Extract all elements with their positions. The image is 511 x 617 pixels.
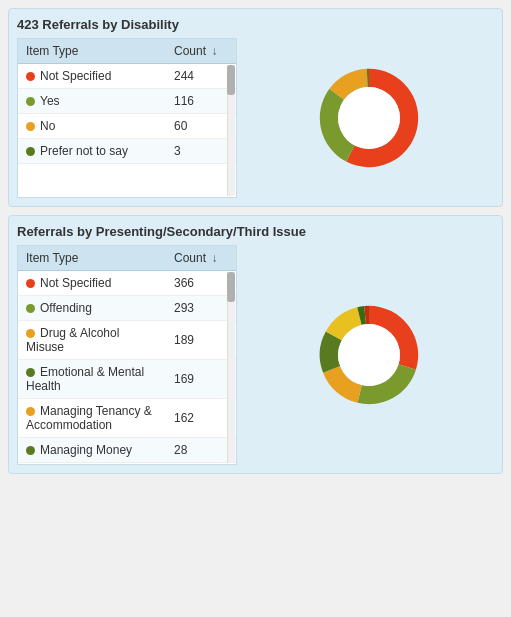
table-row: Drug & Alcohol Misuse189	[18, 321, 236, 360]
cell-count: 169	[166, 360, 236, 399]
cell-label: Yes	[18, 89, 166, 114]
table-row: Yes116	[18, 89, 236, 114]
cell-count: 28	[166, 438, 236, 463]
panel-content-issue: Item Type Count ↓ Not Specified366Offend…	[17, 245, 494, 465]
panel-disability: 423 Referrals by Disability Item Type Co…	[8, 8, 503, 207]
cell-count: 162	[166, 399, 236, 438]
cell-label: Prefer not to say	[18, 139, 166, 164]
sort-arrow-2: ↓	[211, 251, 217, 265]
table-row: Managing Money28	[18, 438, 236, 463]
col-header-item-type-2[interactable]: Item Type	[18, 246, 166, 271]
color-dot	[26, 147, 35, 156]
color-dot	[26, 72, 35, 81]
donut-hole	[338, 87, 400, 149]
cell-count: 19	[166, 463, 236, 466]
cell-label: Physical Health	[18, 463, 166, 466]
color-dot	[26, 368, 35, 377]
data-table-disability: Item Type Count ↓ Not Specified244Yes116…	[18, 39, 236, 164]
table-row: Not Specified244	[18, 64, 236, 89]
table-wrapper-issue: Item Type Count ↓ Not Specified366Offend…	[17, 245, 237, 465]
donut-chart-disability	[304, 53, 434, 183]
table-row: No60	[18, 114, 236, 139]
table-wrapper-disability: Item Type Count ↓ Not Specified244Yes116…	[17, 38, 237, 198]
cell-label: Not Specified	[18, 271, 166, 296]
sort-arrow-1: ↓	[211, 44, 217, 58]
cell-label: Managing Money	[18, 438, 166, 463]
cell-count: 366	[166, 271, 236, 296]
cell-count: 244	[166, 64, 236, 89]
color-dot	[26, 329, 35, 338]
color-dot	[26, 279, 35, 288]
panel-content-disability: Item Type Count ↓ Not Specified244Yes116…	[17, 38, 494, 198]
panel-issue: Referrals by Presenting/Secondary/Third …	[8, 215, 503, 474]
table-row: Offending293	[18, 296, 236, 321]
cell-count: 60	[166, 114, 236, 139]
table-row: Managing Tenancy & Accommodation162	[18, 399, 236, 438]
scrollbar-issue[interactable]	[227, 272, 235, 463]
table-row: Physical Health19	[18, 463, 236, 466]
color-dot	[26, 407, 35, 416]
color-dot	[26, 97, 35, 106]
donut-chart-issue	[304, 290, 434, 420]
cell-label: Not Specified	[18, 64, 166, 89]
col-header-count-1[interactable]: Count ↓	[166, 39, 236, 64]
cell-label: Managing Tenancy & Accommodation	[18, 399, 166, 438]
cell-count: 189	[166, 321, 236, 360]
color-dot	[26, 446, 35, 455]
chart-area-issue	[243, 245, 494, 465]
scrollbar-thumb-issue	[227, 272, 235, 302]
col-header-count-2[interactable]: Count ↓	[166, 246, 236, 271]
table-row: Not Specified366	[18, 271, 236, 296]
table-row: Prefer not to say3	[18, 139, 236, 164]
cell-count: 293	[166, 296, 236, 321]
scrollbar-thumb-disability	[227, 65, 235, 95]
col-header-item-type-1[interactable]: Item Type	[18, 39, 166, 64]
cell-count: 116	[166, 89, 236, 114]
cell-label: Emotional & Mental Health	[18, 360, 166, 399]
color-dot	[26, 304, 35, 313]
donut-hole	[338, 324, 400, 386]
panel-title-issue: Referrals by Presenting/Secondary/Third …	[17, 224, 494, 239]
data-table-issue: Item Type Count ↓ Not Specified366Offend…	[18, 246, 236, 465]
color-dot	[26, 122, 35, 131]
scrollbar-disability[interactable]	[227, 65, 235, 196]
cell-label: Drug & Alcohol Misuse	[18, 321, 166, 360]
chart-area-disability	[243, 38, 494, 198]
cell-count: 3	[166, 139, 236, 164]
panel-title-disability: 423 Referrals by Disability	[17, 17, 494, 32]
table-row: Emotional & Mental Health169	[18, 360, 236, 399]
cell-label: No	[18, 114, 166, 139]
cell-label: Offending	[18, 296, 166, 321]
